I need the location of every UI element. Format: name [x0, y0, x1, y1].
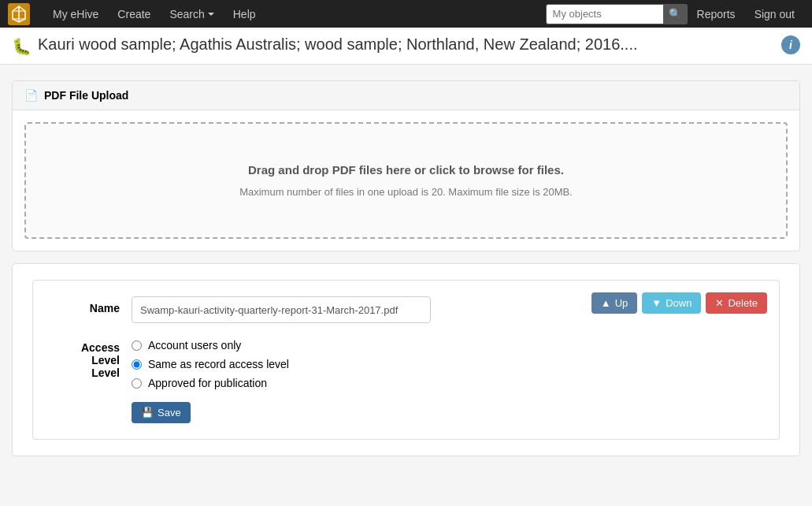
nav-search[interactable]: Search: [160, 0, 223, 28]
file-record-actions: ▲ Up ▼ Down ✕ Delete: [591, 292, 767, 314]
brand-logo[interactable]: [8, 0, 39, 28]
down-arrow-icon: ▼: [651, 297, 662, 309]
search-form: 🔍: [546, 4, 688, 24]
delete-button[interactable]: ✕ Delete: [706, 292, 767, 314]
search-caret-icon: [208, 13, 214, 16]
access-option-account-users[interactable]: Account users only: [132, 339, 289, 352]
bug-icon: 🐛: [12, 37, 32, 56]
save-row: 💾 Save: [53, 402, 759, 423]
page-title: 🐛 Kauri wood sample; Agathis Australis; …: [12, 35, 638, 56]
access-option-approved-publication[interactable]: Approved for publication: [132, 377, 289, 389]
navbar-right: Reports Sign out: [688, 0, 804, 28]
navbar: My eHive Create Search Help 🔍 Reports Si…: [0, 0, 812, 28]
file-record-inner: ▲ Up ▼ Down ✕ Delete Name: [32, 280, 780, 440]
access-level-form-group: Access Level Level Account users only Sa…: [53, 336, 759, 389]
file-record-panel: ▲ Up ▼ Down ✕ Delete Name: [12, 263, 800, 456]
main-content: 📄 PDF File Upload Drag and drop PDF file…: [0, 65, 812, 472]
name-label: Name: [53, 296, 132, 314]
pdf-upload-body: Drag and drop PDF files here or click to…: [13, 110, 799, 251]
nav-help[interactable]: Help: [224, 0, 265, 28]
name-input[interactable]: [132, 296, 431, 323]
pdf-upload-heading: 📄 PDF File Upload: [13, 81, 799, 110]
access-level-label: Access Level Level: [53, 336, 132, 379]
pdf-upload-panel: 📄 PDF File Upload Drag and drop PDF file…: [12, 80, 800, 251]
save-disk-icon: 💾: [141, 407, 154, 419]
down-button[interactable]: ▼ Down: [642, 292, 701, 314]
nav-reports[interactable]: Reports: [688, 0, 745, 28]
drop-sub-text: Maximum number of files in one upload is…: [42, 186, 770, 198]
access-level-options: Account users only Same as record access…: [132, 336, 289, 389]
nav-my-ehive[interactable]: My eHive: [43, 0, 108, 28]
up-button[interactable]: ▲ Up: [591, 292, 638, 314]
dropzone[interactable]: Drag and drop PDF files here or click to…: [24, 122, 788, 239]
delete-x-icon: ✕: [715, 297, 724, 309]
access-option-same-as-record[interactable]: Same as record access level: [132, 358, 289, 370]
up-arrow-icon: ▲: [601, 297, 611, 309]
nav-signout[interactable]: Sign out: [745, 0, 804, 28]
search-button[interactable]: 🔍: [664, 4, 688, 24]
pdf-icon: 📄: [24, 89, 38, 102]
drop-main-text: Drag and drop PDF files here or click to…: [42, 163, 770, 177]
nav-create[interactable]: Create: [108, 0, 160, 28]
page-title-bar: 🐛 Kauri wood sample; Agathis Australis; …: [0, 28, 812, 65]
info-icon[interactable]: i: [781, 35, 800, 54]
save-button[interactable]: 💾 Save: [132, 402, 191, 423]
search-input[interactable]: [546, 4, 664, 24]
